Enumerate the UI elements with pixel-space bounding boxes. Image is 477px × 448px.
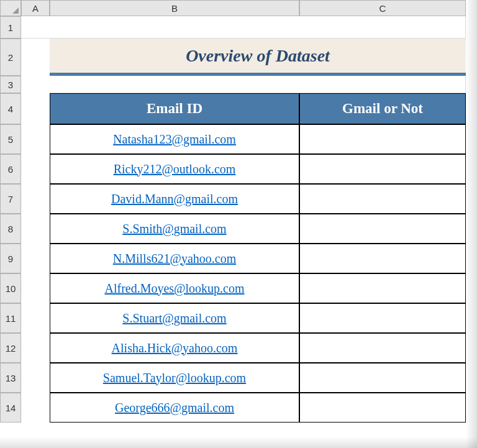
cell-A7[interactable] <box>21 184 50 214</box>
row-header-1[interactable]: 1 <box>0 16 21 39</box>
cell-email[interactable]: Natasha123@gmail.com <box>50 124 299 154</box>
email-link[interactable]: N.Mills621@yahoo.com <box>113 252 236 266</box>
cell-gmail[interactable] <box>299 393 466 423</box>
cell-email[interactable]: David.Mann@gmail.com <box>50 184 299 214</box>
email-link[interactable]: David.Mann@gmail.com <box>111 192 238 206</box>
row-header-7[interactable]: 7 <box>0 184 21 214</box>
header-email[interactable]: Email ID <box>50 93 299 124</box>
email-link[interactable]: Samuel.Taylor@lookup.com <box>103 371 246 385</box>
select-all-corner[interactable] <box>0 0 21 16</box>
row-header-6[interactable]: 6 <box>0 154 21 184</box>
row-header-2[interactable]: 2 <box>0 39 21 76</box>
cell-A8[interactable] <box>21 214 50 244</box>
cell-gmail[interactable] <box>299 124 466 154</box>
dataset-title[interactable]: Overview of Dataset <box>50 39 466 76</box>
cell-A3[interactable] <box>21 76 50 93</box>
email-link[interactable]: George666@gmail.com <box>115 401 234 415</box>
cell-A10[interactable] <box>21 273 50 303</box>
cell-email[interactable]: Alisha.Hick@yahoo.com <box>50 333 299 363</box>
cell-gmail[interactable] <box>299 184 466 214</box>
cell-A6[interactable] <box>21 154 50 184</box>
cell-gmail[interactable] <box>299 244 466 273</box>
header-gmail[interactable]: Gmail or Not <box>299 93 466 124</box>
email-link[interactable]: S.Smith@gmail.com <box>122 222 226 236</box>
row-header-9[interactable]: 9 <box>0 244 21 273</box>
row-header-14[interactable]: 14 <box>0 393 21 423</box>
cell-A2[interactable] <box>21 39 50 76</box>
cell-gmail[interactable] <box>299 303 466 333</box>
cell-email[interactable]: Alfred.Moyes@lookup.com <box>50 273 299 303</box>
row-header-8[interactable]: 8 <box>0 214 21 244</box>
row-header-12[interactable]: 12 <box>0 333 21 363</box>
email-link[interactable]: S.Stuart@gmail.com <box>122 311 226 326</box>
row-header-11[interactable]: 11 <box>0 303 21 333</box>
row-header-13[interactable]: 13 <box>0 363 21 393</box>
cell-email[interactable]: N.Mills621@yahoo.com <box>50 244 299 273</box>
cell-A12[interactable] <box>21 333 50 363</box>
cell-row1[interactable] <box>21 16 466 39</box>
email-link[interactable]: Natasha123@gmail.com <box>113 132 236 147</box>
cell-gmail[interactable] <box>299 214 466 244</box>
cell-gmail[interactable] <box>299 273 466 303</box>
cell-A9[interactable] <box>21 244 50 273</box>
row-header-3[interactable]: 3 <box>0 76 21 93</box>
cell-A5[interactable] <box>21 124 50 154</box>
cell-email[interactable]: George666@gmail.com <box>50 393 299 423</box>
cell-row3[interactable] <box>21 76 466 93</box>
col-header-A[interactable]: A <box>21 0 50 16</box>
row-header-10[interactable]: 10 <box>0 273 21 303</box>
cell-email[interactable]: Ricky212@outlook.com <box>50 154 299 184</box>
spreadsheet-grid: A B C 1 2 3 4 5 6 7 8 9 10 11 12 13 14 O… <box>0 0 477 423</box>
cell-gmail[interactable] <box>299 333 466 363</box>
row-header-4[interactable]: 4 <box>0 93 21 124</box>
col-header-C[interactable]: C <box>299 0 466 16</box>
row-header-5[interactable]: 5 <box>0 124 21 154</box>
col-header-B[interactable]: B <box>50 0 299 16</box>
cell-email[interactable]: S.Smith@gmail.com <box>50 214 299 244</box>
email-link[interactable]: Alfred.Moyes@lookup.com <box>104 281 244 296</box>
cell-A14[interactable] <box>21 393 50 423</box>
right-shadow <box>466 0 477 448</box>
cell-gmail[interactable] <box>299 363 466 393</box>
bottom-shadow <box>0 437 477 448</box>
cell-A4[interactable] <box>21 93 50 124</box>
cell-email[interactable]: S.Stuart@gmail.com <box>50 303 299 333</box>
cell-gmail[interactable] <box>299 154 466 184</box>
cell-A11[interactable] <box>21 303 50 333</box>
cell-A13[interactable] <box>21 363 50 393</box>
email-link[interactable]: Ricky212@outlook.com <box>114 162 236 176</box>
email-link[interactable]: Alisha.Hick@yahoo.com <box>112 341 238 355</box>
cell-email[interactable]: Samuel.Taylor@lookup.com <box>50 363 299 393</box>
